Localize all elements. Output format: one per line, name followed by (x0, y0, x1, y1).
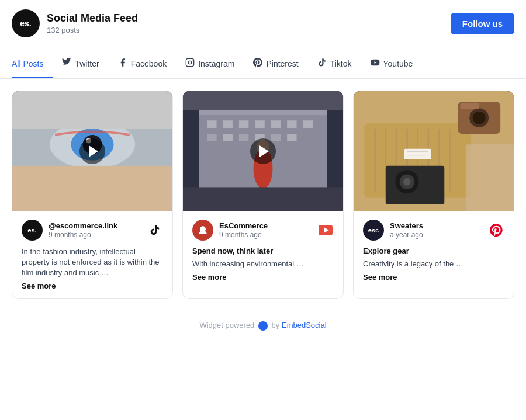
card-2-play-button[interactable] (250, 138, 276, 164)
tab-tiktok-label: Tiktok (330, 59, 352, 68)
card-2-author: EsCommerce 9 months ago (192, 220, 268, 241)
card-3-author-time: a year ago (390, 231, 423, 239)
card-3-meta: esc Sweaters a year ago (363, 220, 504, 241)
tab-youtube-label: Youtube (383, 59, 413, 68)
follow-button[interactable]: Follow us (451, 13, 514, 34)
card-1-see-more[interactable]: See more (22, 282, 163, 290)
card-3-author-info: Sweaters a year ago (390, 221, 423, 239)
footer-by: by (272, 321, 280, 329)
tab-pinterest-label: Pinterest (266, 59, 298, 68)
svg-rect-13 (207, 120, 216, 128)
card-1-avatar: es. (22, 220, 43, 241)
svg-rect-22 (239, 134, 248, 141)
svg-rect-0 (186, 58, 194, 66)
card-2-platform-icon (317, 222, 334, 238)
card-2-see-more[interactable]: See more (192, 273, 334, 282)
tab-twitter-label: Twitter (75, 59, 99, 68)
footer-text: Widget powered (199, 321, 254, 329)
svg-rect-15 (239, 120, 248, 128)
card-2: EsCommerce 9 months ago Spend now, think… (182, 91, 344, 299)
tab-tiktok[interactable]: Tiktok (308, 50, 361, 78)
svg-rect-17 (271, 120, 281, 128)
svg-rect-16 (255, 120, 264, 128)
app-container: es. Social Media Feed 132 posts Follow u… (0, 0, 526, 340)
card-3-description: Creativity is a legacy of the … (363, 259, 504, 269)
svg-rect-53 (466, 144, 514, 211)
svg-rect-19 (303, 120, 313, 128)
card-2-title: Spend now, think later (192, 247, 334, 255)
card-1-author-time: 9 months ago (49, 231, 117, 239)
header-left: es. Social Media Feed 132 posts (12, 9, 138, 37)
card-3-author: esc Sweaters a year ago (363, 220, 423, 241)
card-2-author-info: EsCommerce 9 months ago (219, 221, 268, 239)
svg-rect-20 (207, 134, 216, 141)
svg-point-2 (192, 60, 192, 61)
svg-rect-30 (183, 187, 343, 211)
app-title: Social Media Feed (47, 12, 138, 25)
card-1-author-info: @escommerce.link 9 months ago (49, 221, 117, 239)
embed-social-icon (258, 321, 268, 331)
card-3-platform-icon (488, 222, 504, 238)
card-1-description: In the fashion industry, intellectual pr… (22, 247, 163, 279)
tab-facebook[interactable]: Facebook (109, 50, 176, 78)
card-3: esc Sweaters a year ago Explore gear Cre… (353, 91, 514, 299)
card-2-avatar (192, 220, 213, 241)
footer: Widget powered by EmbedSocial (0, 311, 526, 340)
tabs-bar: All Posts Twitter Facebook Instagram Pin… (0, 50, 526, 79)
card-3-see-more[interactable]: See more (363, 273, 504, 282)
card-1-image[interactable] (12, 91, 172, 211)
twitter-icon (62, 58, 71, 69)
tab-pinterest[interactable]: Pinterest (244, 50, 307, 78)
svg-rect-14 (223, 120, 233, 128)
svg-rect-18 (287, 120, 296, 128)
card-1-avatar-text: es. (27, 227, 36, 234)
tab-instagram[interactable]: Instagram (176, 50, 244, 78)
card-1: es. @escommerce.link 9 months ago In the… (12, 91, 173, 299)
svg-point-1 (189, 61, 192, 64)
card-2-body: EsCommerce 9 months ago Spend now, think… (183, 211, 343, 290)
card-2-meta: EsCommerce 9 months ago (192, 220, 334, 241)
pinterest-icon (253, 58, 262, 69)
svg-rect-25 (287, 134, 296, 141)
tab-all-posts-label: All Posts (12, 59, 43, 68)
tab-all-posts[interactable]: All Posts (12, 51, 53, 78)
svg-rect-8 (12, 166, 172, 211)
svg-rect-9 (12, 91, 172, 129)
logo-text: es. (20, 19, 31, 28)
card-1-body: es. @escommerce.link 9 months ago In the… (12, 211, 172, 299)
svg-rect-21 (223, 134, 233, 141)
card-2-author-time: 9 months ago (219, 231, 268, 239)
svg-rect-31 (183, 91, 343, 110)
header: es. Social Media Feed 132 posts Follow u… (0, 0, 526, 47)
card-1-author: es. @escommerce.link 9 months ago (22, 220, 117, 241)
card-2-image[interactable] (183, 91, 343, 211)
cards-grid: es. @escommerce.link 9 months ago In the… (0, 79, 526, 311)
card-1-author-name: @escommerce.link (49, 221, 117, 230)
svg-rect-48 (461, 103, 479, 109)
instagram-icon (185, 58, 195, 69)
svg-point-47 (473, 112, 486, 124)
logo: es. (12, 9, 40, 37)
svg-rect-24 (271, 134, 281, 141)
card-2-description: With increasing environmental … (192, 259, 334, 269)
tab-youtube[interactable]: Youtube (361, 50, 423, 78)
tab-twitter[interactable]: Twitter (53, 50, 108, 78)
card-3-image[interactable] (354, 91, 514, 211)
tiktok-icon (317, 58, 327, 69)
post-count: 132 posts (47, 26, 138, 34)
svg-point-52 (403, 178, 411, 186)
card-3-title: Explore gear (363, 247, 504, 255)
tab-instagram-label: Instagram (198, 59, 234, 68)
card-1-meta: es. @escommerce.link 9 months ago (22, 220, 163, 241)
card-3-body: esc Sweaters a year ago Explore gear Cre… (354, 211, 514, 290)
header-info: Social Media Feed 132 posts (47, 12, 138, 34)
card-3-avatar: esc (363, 220, 384, 241)
embed-social-link[interactable]: EmbedSocial (282, 321, 327, 329)
card-1-play-button[interactable] (79, 138, 105, 164)
card-1-platform-icon (147, 222, 163, 238)
youtube-icon (371, 58, 380, 69)
card-2-author-name: EsCommerce (219, 221, 268, 230)
card-3-author-name: Sweaters (390, 221, 423, 230)
tab-facebook-label: Facebook (131, 59, 167, 68)
card-3-avatar-text: esc (368, 227, 379, 234)
